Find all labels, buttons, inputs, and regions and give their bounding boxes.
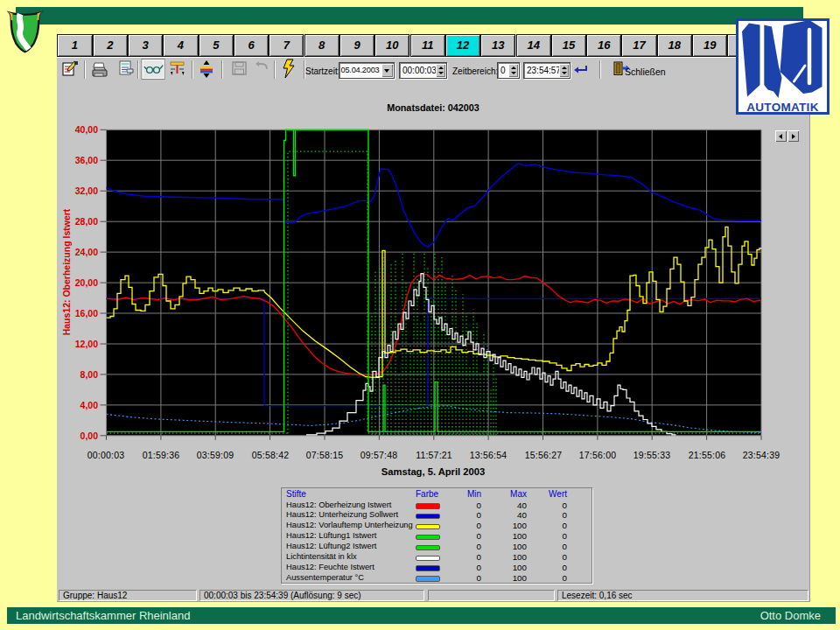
svg-text:AUTOMATIK: AUTOMATIK xyxy=(746,101,818,114)
